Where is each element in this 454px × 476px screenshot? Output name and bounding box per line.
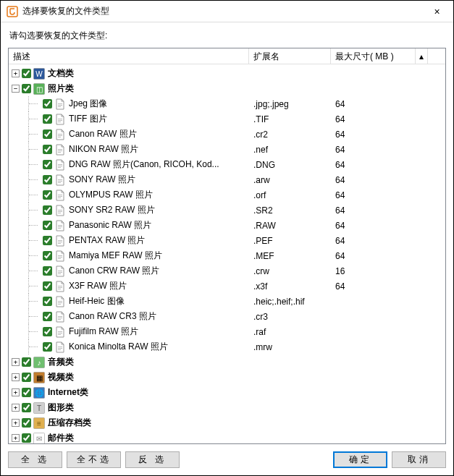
category-checkbox[interactable] (22, 357, 31, 367)
file-type-checkbox[interactable] (43, 190, 52, 200)
file-icon (54, 326, 66, 338)
file-type-label: Jpeg 图像 (69, 98, 107, 110)
svg-rect-25 (58, 197, 61, 198)
file-type-checkbox[interactable] (43, 99, 52, 109)
file-type-checkbox[interactable] (43, 312, 52, 321)
category-row[interactable]: +♪音频类 (9, 354, 445, 370)
file-type-row[interactable]: Fujifilm RAW 照片.raf (9, 324, 445, 339)
col-header-size[interactable]: 最大尺寸( MB ) (331, 48, 416, 64)
svg-rect-29 (58, 225, 62, 226)
file-type-checkbox[interactable] (43, 205, 52, 215)
file-type-ext: .TIF (249, 114, 331, 124)
file-type-checkbox[interactable] (43, 251, 52, 260)
category-row[interactable]: +▦视频类 (9, 370, 445, 385)
svg-rect-30 (58, 226, 62, 227)
category-label: 照片类 (48, 82, 74, 95)
cancel-button[interactable]: 取消 (392, 451, 446, 468)
file-type-row[interactable]: OLYMPUS RAW 照片.orf64 (9, 187, 445, 203)
category-checkbox[interactable] (22, 84, 31, 93)
svg-rect-19 (58, 167, 61, 168)
expander-icon[interactable]: − (12, 85, 20, 93)
expander-icon[interactable]: + (12, 358, 20, 366)
file-type-row[interactable]: NIKON RAW 照片.nef64 (9, 142, 445, 157)
file-type-row[interactable]: SONY SR2 RAW 照片.SR264 (9, 203, 445, 218)
invert-button[interactable]: 反 选 (125, 451, 180, 468)
ok-button[interactable]: 确定 (333, 451, 387, 468)
expander-icon[interactable]: + (12, 69, 20, 77)
tree-scroll[interactable]: +W文档类−◫照片类Jpeg 图像.jpg;.jpeg64TIFF 图片.TIF… (9, 64, 445, 443)
expander-icon[interactable]: + (12, 419, 20, 427)
svg-rect-12 (58, 135, 62, 136)
svg-rect-54 (58, 348, 62, 349)
file-type-row[interactable]: DNG RAW 照片(Canon, RICOH, Kod....DNG64 (9, 157, 445, 172)
expander-icon[interactable]: + (12, 388, 20, 396)
file-type-row[interactable]: TIFF 图片.TIF64 (9, 111, 445, 127)
category-checkbox[interactable] (22, 388, 31, 397)
file-type-row[interactable]: Konica Minolta RAW 照片.mrw (9, 339, 445, 354)
file-type-checkbox[interactable] (43, 160, 52, 169)
file-type-row[interactable]: Mamiya MEF RAW 照片.MEF64 (9, 248, 445, 263)
svg-rect-18 (58, 166, 62, 166)
file-type-checkbox[interactable] (43, 145, 52, 154)
scroll-up-icon[interactable]: ▴ (416, 48, 428, 64)
category-row[interactable]: +✉邮件类 (9, 430, 445, 443)
file-type-checkbox[interactable] (43, 327, 52, 336)
file-type-checkbox[interactable] (43, 221, 52, 230)
file-type-label: Canon RAW 照片 (69, 128, 137, 140)
file-type-row[interactable]: Panasonic RAW 照片.RAW64 (9, 218, 445, 233)
expander-icon[interactable]: + (12, 434, 20, 442)
category-checkbox[interactable] (22, 403, 31, 412)
file-type-row[interactable]: Jpeg 图像.jpg;.jpeg64 (9, 96, 445, 111)
category-row[interactable]: +T图形类 (9, 400, 445, 415)
file-type-size: 64 (331, 281, 416, 292)
file-type-checkbox[interactable] (43, 236, 52, 245)
file-type-label: Konica Minolta RAW 照片 (69, 341, 168, 353)
svg-rect-42 (58, 287, 62, 288)
category-row[interactable]: +≡压缩存档类 (9, 415, 445, 430)
svg-rect-21 (58, 181, 62, 182)
window-title: 选择要恢复的文件类型 (22, 5, 421, 17)
col-header-ext[interactable]: 扩展名 (249, 48, 331, 64)
file-type-checkbox[interactable] (43, 281, 52, 291)
category-checkbox[interactable] (22, 69, 31, 78)
category-row[interactable]: −◫照片类 (9, 81, 445, 96)
category-row[interactable]: +W文档类 (9, 66, 445, 81)
close-button[interactable]: × (421, 1, 453, 22)
graphics-icon: T (33, 402, 45, 414)
file-type-row[interactable]: X3F RAW 照片.x3f64 (9, 279, 445, 294)
file-type-row[interactable]: SONY RAW 照片.arw64 (9, 172, 445, 187)
expander-icon[interactable]: + (12, 404, 20, 412)
svg-text:≡: ≡ (37, 420, 41, 428)
expander-icon[interactable]: + (12, 373, 20, 381)
file-type-row[interactable]: Canon RAW CR3 照片.cr3 (9, 309, 445, 324)
internet-icon: 🌐 (33, 387, 45, 399)
file-type-checkbox[interactable] (43, 297, 52, 306)
file-icon (54, 144, 66, 156)
col-header-desc[interactable]: 描述 (9, 48, 249, 64)
file-type-size: 64 (331, 190, 416, 200)
file-type-row[interactable]: Canon RAW 照片.cr264 (9, 127, 445, 142)
select-none-button[interactable]: 全不选 (67, 451, 121, 468)
file-type-checkbox[interactable] (43, 266, 52, 276)
category-row[interactable]: +🌐Internet类 (9, 385, 445, 400)
svg-rect-17 (58, 164, 62, 165)
file-type-size: 64 (331, 236, 416, 246)
file-type-checkbox[interactable] (43, 175, 52, 184)
file-type-checkbox[interactable] (43, 129, 52, 139)
file-icon (54, 341, 66, 353)
file-type-row[interactable]: Heif-Heic 图像.heic;.heif;.hif (9, 294, 445, 309)
category-checkbox[interactable] (22, 373, 31, 382)
svg-rect-27 (58, 211, 62, 212)
category-checkbox[interactable] (22, 433, 31, 443)
file-type-label: OLYMPUS RAW 照片 (69, 189, 153, 201)
file-type-size: 64 (331, 114, 416, 124)
category-checkbox[interactable] (22, 418, 31, 428)
file-type-checkbox[interactable] (43, 114, 52, 124)
file-type-row[interactable]: PENTAX RAW 照片.PEF64 (9, 233, 445, 248)
word-icon: W (33, 68, 45, 80)
select-all-button[interactable]: 全 选 (8, 451, 62, 468)
svg-text:♪: ♪ (38, 359, 41, 367)
file-type-row[interactable]: Canon CRW RAW 照片.crw16 (9, 263, 445, 279)
file-type-label: NIKON RAW 照片 (69, 143, 138, 156)
file-type-checkbox[interactable] (43, 342, 52, 352)
